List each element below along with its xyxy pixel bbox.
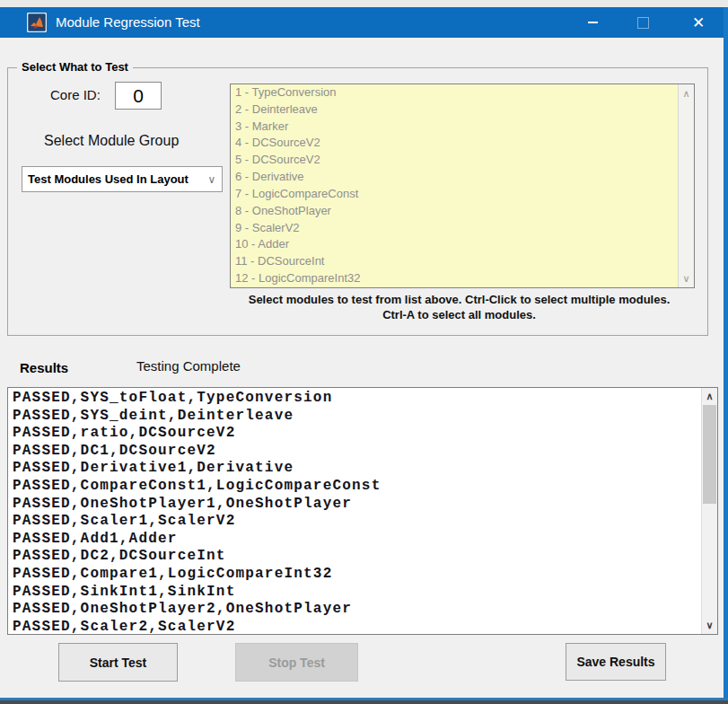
maximize-icon <box>637 17 649 29</box>
results-lines: PASSED,SYS_toFloat,TypeConversion PASSED… <box>13 390 699 635</box>
result-line: PASSED,Add1,Adder <box>13 531 699 549</box>
start-test-button[interactable]: Start Test <box>58 643 178 682</box>
module-listbox[interactable]: 1 - TypeConversion 2 - Deinterleave 3 - … <box>230 84 695 288</box>
help-line-2: Ctrl-A to select all modules. <box>215 307 704 322</box>
scrollbar-thumb[interactable] <box>703 405 716 504</box>
module-list-item[interactable]: 11 - DCSourceInt <box>231 253 694 270</box>
window-right-edge <box>724 7 728 700</box>
core-id-input[interactable] <box>115 82 162 110</box>
module-list-item[interactable]: 2 - Deinterleave <box>231 101 694 119</box>
results-label: Results <box>20 360 68 375</box>
close-icon: ✕ <box>692 13 705 32</box>
titlebar[interactable]: Module Regression Test ✕ <box>0 7 728 38</box>
minimize-icon <box>588 22 598 23</box>
result-line: PASSED,DC2,DCSourceInt <box>13 548 699 566</box>
result-line: PASSED,SinkInt1,SinkInt <box>13 584 699 602</box>
results-scrollbar[interactable]: ∧ ∨ <box>701 388 717 634</box>
matlab-icon <box>27 13 47 32</box>
save-results-button[interactable]: Save Results <box>566 643 666 681</box>
window-title: Module Regression Test <box>56 14 200 30</box>
module-list-item[interactable]: 1 - TypeConversion <box>231 84 694 101</box>
module-group-selected-value: Test Modules Used In Layout <box>22 172 202 186</box>
result-line: PASSED,ratio,DCSourceV2 <box>13 425 699 443</box>
status-text: Testing Complete <box>136 358 241 374</box>
scroll-down-icon[interactable]: ∨ <box>679 271 694 286</box>
scroll-up-icon[interactable]: ∧ <box>702 389 717 404</box>
result-line: PASSED,SYS_toFloat,TypeConversion <box>13 390 699 408</box>
minimize-button[interactable] <box>571 7 614 38</box>
scroll-up-icon[interactable]: ∧ <box>679 86 694 101</box>
module-group-label: Select Module Group <box>44 133 179 149</box>
module-list-scrollbar[interactable]: ∧ ∨ <box>678 84 694 287</box>
result-line: PASSED,Scaler2,ScalerV2 <box>13 619 699 635</box>
module-list-item[interactable]: 7 - LogicCompareConst <box>231 186 694 203</box>
group-title: Select What to Test <box>17 60 133 74</box>
module-select-help: Select modules to test from list above. … <box>215 292 704 322</box>
select-what-to-test-group: Select What to Test Core ID: Select Modu… <box>7 67 708 336</box>
result-line: PASSED,OneShotPlayer1,OneShotPlayer <box>13 496 699 514</box>
module-list-item[interactable]: 12 - LogicCompareInt32 <box>231 270 694 287</box>
result-line: PASSED,CompareConst1,LogicCompareConst <box>13 478 699 496</box>
window-top-edge <box>0 0 728 7</box>
core-id-label: Core ID: <box>50 87 101 102</box>
result-line: PASSED,OneShotPlayer2,OneShotPlayer <box>13 601 699 619</box>
module-list-item[interactable]: 10 - Adder <box>231 236 694 253</box>
module-list-item[interactable]: 4 - DCSourceV2 <box>231 135 694 152</box>
stop-test-button[interactable]: Stop Test <box>235 643 358 682</box>
result-line: PASSED,Compare1,LogicCompareInt32 <box>13 566 699 584</box>
help-line-1: Select modules to test from list above. … <box>215 292 704 307</box>
results-listbox[interactable]: PASSED,SYS_toFloat,TypeConversion PASSED… <box>7 387 718 635</box>
scroll-down-icon[interactable]: ∨ <box>702 618 717 633</box>
result-line: PASSED,Derivative1,Derivative <box>13 460 699 478</box>
background-strip <box>0 700 728 704</box>
module-list-item[interactable]: 6 - Derivative <box>231 169 694 186</box>
result-line: PASSED,SYS_deint,Deinterleave <box>13 408 699 426</box>
module-regression-test-window: Module Regression Test ✕ Select What to … <box>0 0 728 704</box>
close-button[interactable]: ✕ <box>677 7 720 38</box>
module-list-item[interactable]: 9 - ScalerV2 <box>231 220 694 237</box>
module-list-item[interactable]: 8 - OneShotPlayer <box>231 203 694 220</box>
result-line: PASSED,Scaler1,ScalerV2 <box>13 513 699 531</box>
module-list-item[interactable]: 3 - Marker <box>231 119 694 136</box>
chevron-down-icon: ∨ <box>202 173 222 186</box>
maximize-button[interactable] <box>621 7 664 38</box>
module-group-select[interactable]: Test Modules Used In Layout ∨ <box>22 166 223 192</box>
module-list-item[interactable]: 5 - DCSourceV2 <box>231 152 694 169</box>
result-line: PASSED,DC1,DCSourceV2 <box>13 443 699 461</box>
